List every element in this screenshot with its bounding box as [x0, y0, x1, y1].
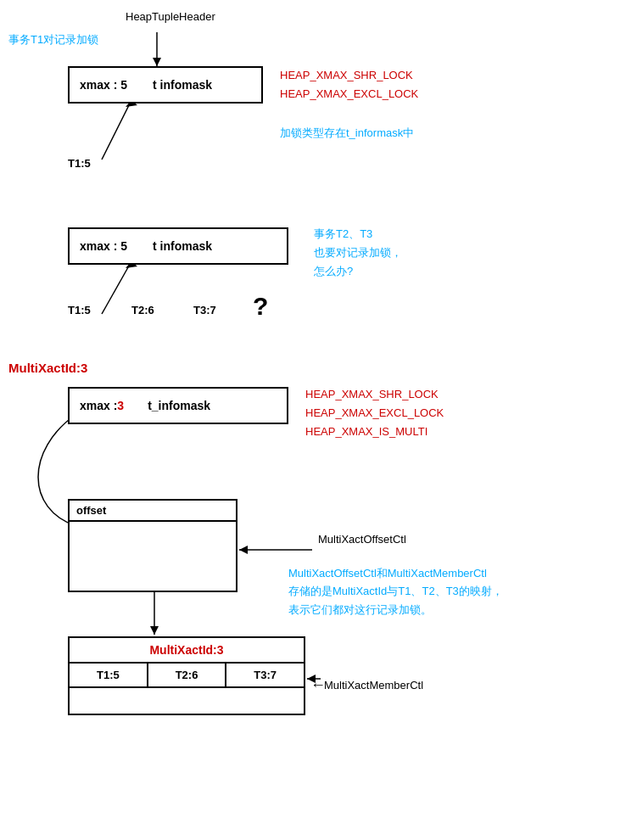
s2-t2-label: T2:6 [131, 304, 154, 316]
diagram-container: HeapTupleHeader 事务T1对记录加锁 xmax : 5 t inf… [0, 0, 637, 840]
svg-marker-1 [153, 58, 161, 66]
s4-note-1: MultiXactOffsetCtl和MultiXactMemberCtl [288, 564, 503, 582]
red-label-3a: HEAP_XMAX_SHR_LOCK [305, 385, 444, 404]
member-cell-t3: T3:7 [226, 664, 304, 686]
s2-note-1: 事务T2、T3 [314, 225, 402, 244]
box2-t-infomask: t infomask [153, 239, 212, 253]
s2-note-3: 怎么办? [314, 262, 402, 281]
member-cell-t1: T1:5 [70, 664, 148, 686]
offset-box: offset [68, 499, 237, 592]
question-mark: ? [253, 292, 268, 321]
box3-xmax-num: 3 [117, 399, 124, 412]
s2-note-2: 也要对记录加锁， [314, 244, 402, 262]
offset-header: offset [70, 501, 236, 522]
s4-note-2: 存储的是MultiXactId与T1、T2、T3的映射， [288, 582, 503, 600]
box1-t-infomask: t infomask [153, 78, 212, 92]
member-cell-t2: T2:6 [148, 664, 227, 686]
red-labels-1: HEAP_XMAX_SHR_LOCK HEAP_XMAX_EXCL_LOCK [280, 66, 418, 104]
member-header: MultiXactId:3 [70, 638, 304, 664]
red-labels-3: HEAP_XMAX_SHR_LOCK HEAP_XMAX_EXCL_LOCK H… [305, 385, 444, 441]
s4-note: MultiXactOffsetCtl和MultiXactMemberCtl 存储… [288, 564, 503, 619]
box3-xmax: xmax : [80, 399, 117, 412]
member-footer [70, 688, 304, 714]
red-label-1b: HEAP_XMAX_EXCL_LOCK [280, 85, 418, 104]
multi-xact-id-label: MultiXactId:3 [8, 361, 87, 375]
s2-t3-label: T3:7 [193, 304, 216, 316]
box2-xmax: xmax : 5 [80, 239, 127, 253]
box2: xmax : 5 t infomask [68, 227, 288, 265]
svg-line-2 [102, 100, 131, 160]
t1-lock-label: 事务T1对记录加锁 [8, 32, 98, 48]
red-label-1a: HEAP_XMAX_SHR_LOCK [280, 66, 418, 85]
s4-note-3: 表示它们都对这行记录加锁。 [288, 601, 503, 619]
s2-t1-label: T1:5 [68, 304, 91, 316]
offset-body [70, 522, 236, 588]
box1-xmax: xmax : 5 [80, 78, 127, 92]
box1: xmax : 5 t infomask [68, 66, 263, 104]
member-cells-row: T1:5 T2:6 T3:7 [70, 664, 304, 688]
red-label-3c: HEAP_XMAX_IS_MULTI [305, 423, 444, 441]
box3-t-infomask: t_infomask [148, 399, 210, 412]
multixact-offset-ctl-label: MultiXactOffsetCtl [318, 533, 406, 546]
member-ctl-label: MultiXactMemberCtl [324, 679, 423, 692]
box3: xmax : 3 t_infomask [68, 387, 288, 424]
heap-tuple-header-label: HeapTupleHeader [126, 10, 215, 23]
svg-marker-8 [239, 546, 248, 554]
svg-marker-10 [150, 626, 159, 635]
member-ctl-arrow: ← [310, 676, 326, 694]
infomask-note: 加锁类型存在t_informask中 [280, 126, 414, 141]
member-box: MultiXactId:3 T1:5 T2:6 T3:7 [68, 636, 305, 715]
t1-5-label: T1:5 [68, 157, 91, 170]
red-label-3b: HEAP_XMAX_EXCL_LOCK [305, 404, 444, 423]
s2-note: 事务T2、T3 也要对记录加锁， 怎么办? [314, 225, 402, 281]
svg-line-4 [102, 261, 131, 314]
